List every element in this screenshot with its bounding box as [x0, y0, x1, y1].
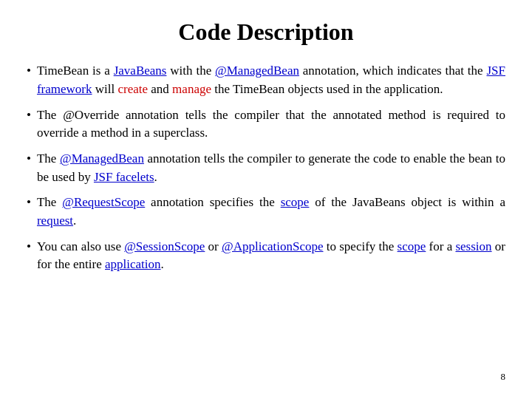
list-item: • You can also use @SessionScope or @App…	[27, 238, 505, 274]
managedbean-link: @ManagedBean	[215, 64, 299, 78]
page-number: 8	[27, 370, 505, 384]
jsf-facelets-link: JSF facelets	[94, 170, 154, 184]
bullet-symbol: •	[27, 106, 31, 125]
bullet-text: The @RequestScope annotation specifies t…	[37, 194, 505, 230]
bullet-text: You can also use @SessionScope or @Appli…	[37, 238, 505, 274]
manage-text: manage	[172, 82, 211, 96]
slide-content: • TimeBean is a JavaBeans with the @Mana…	[27, 62, 505, 370]
session-link: session	[455, 239, 491, 253]
bullet-symbol: •	[27, 62, 31, 81]
slide-container: Code Description • TimeBean is a JavaBea…	[0, 0, 532, 399]
scope-link: scope	[281, 195, 310, 209]
list-item: • The @RequestScope annotation specifies…	[27, 194, 505, 230]
bullet-symbol: •	[27, 238, 31, 256]
bullet-symbol: •	[27, 194, 31, 212]
slide-title: Code Description	[27, 15, 505, 49]
create-text: create	[117, 82, 148, 96]
javabeans-link: JavaBeans	[114, 64, 167, 78]
list-item: • The @Override annotation tells the com…	[27, 106, 505, 143]
managedbean2-link: @ManagedBean	[60, 151, 144, 166]
sessionscope-link: @SessionScope	[124, 239, 205, 253]
requestscope-link: @RequestScope	[62, 195, 145, 209]
scope2-link: scope	[398, 239, 426, 253]
application-link: application	[105, 257, 161, 271]
bullet-text: The @ManagedBean annotation tells the co…	[37, 150, 505, 186]
bullet-text: The @Override annotation tells the compi…	[37, 106, 505, 143]
bullet-symbol: •	[27, 150, 31, 168]
list-item: • The @ManagedBean annotation tells the …	[27, 150, 505, 186]
list-item: • TimeBean is a JavaBeans with the @Mana…	[27, 62, 505, 98]
request-link: request	[37, 214, 73, 228]
bullet-list: • TimeBean is a JavaBeans with the @Mana…	[27, 62, 505, 273]
applicationscope-link: @ApplicationScope	[222, 239, 323, 253]
bullet-text: TimeBean is a JavaBeans with the @Manage…	[37, 62, 505, 98]
